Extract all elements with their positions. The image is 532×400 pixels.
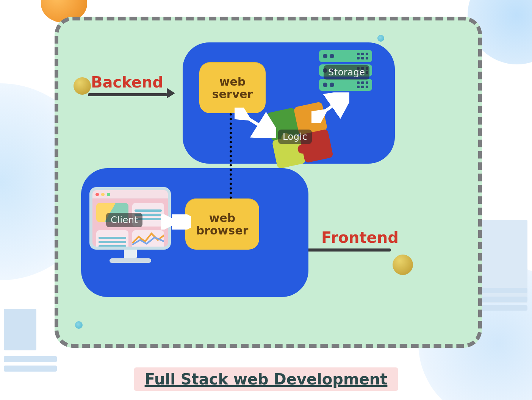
- backend-arrow-line: [88, 93, 167, 96]
- web-browser-node: web browser: [185, 198, 259, 250]
- dot-icon: [393, 255, 413, 275]
- dot-icon: [74, 77, 91, 95]
- svg-line-0: [239, 113, 271, 133]
- bg-bar: [4, 366, 57, 372]
- web-browser-text: web browser: [196, 212, 249, 237]
- arrow-bidir-icon: [235, 108, 276, 138]
- backend-label: Backend: [91, 73, 163, 91]
- bg-bar: [4, 309, 36, 350]
- dot-icon: [75, 321, 83, 329]
- dot-icon: [377, 35, 384, 42]
- web-server-text: web server: [212, 75, 253, 100]
- arrow-right-icon: [167, 88, 175, 98]
- frontend-label: Frontend: [321, 229, 399, 246]
- bg-bar: [4, 356, 57, 362]
- arrow-bidir-icon: [161, 214, 191, 230]
- dotted-connector: [230, 113, 232, 199]
- diagram-panel: Backend Frontend web server web browser …: [55, 17, 482, 348]
- logic-label: Logic: [278, 130, 312, 144]
- web-server-node: web server: [199, 62, 266, 113]
- client-label: Client: [106, 213, 142, 227]
- svg-line-1: [316, 98, 344, 117]
- diagram-caption: Full Stack web Development: [134, 367, 398, 391]
- storage-label: Storage: [324, 65, 369, 80]
- arrow-bidir-icon: [311, 92, 349, 123]
